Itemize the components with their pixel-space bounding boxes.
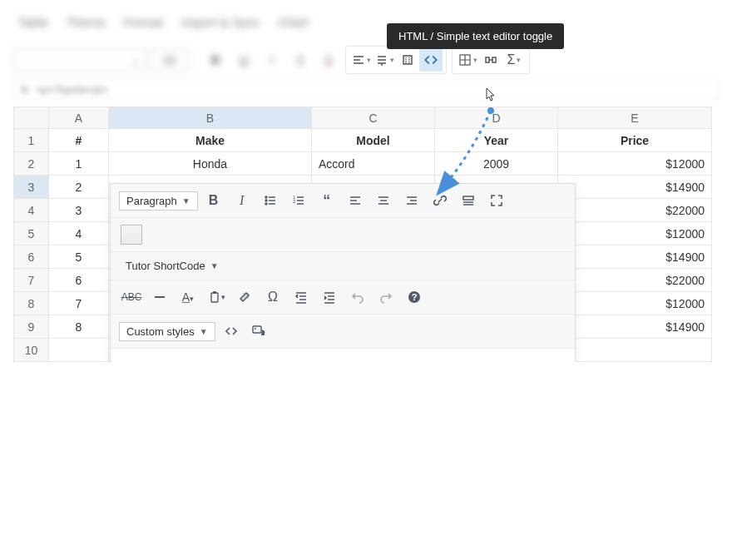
cell-number[interactable]: 6 bbox=[49, 269, 109, 292]
row-header[interactable]: 5 bbox=[14, 222, 49, 245]
rte-insert-more-button[interactable] bbox=[456, 189, 481, 212]
font-size-input[interactable]: 14 bbox=[151, 48, 186, 72]
col-header-A[interactable]: A bbox=[49, 107, 109, 129]
cell-make[interactable]: Honda bbox=[109, 152, 312, 176]
cell-number[interactable]: 3 bbox=[49, 199, 109, 222]
header-model[interactable]: Model bbox=[312, 129, 435, 152]
font-family-select[interactable]: ⌄ bbox=[13, 48, 146, 72]
rte-align-left-button[interactable] bbox=[343, 189, 368, 212]
cell-price[interactable]: $14900 bbox=[558, 315, 712, 339]
row-header[interactable]: 6 bbox=[14, 245, 49, 269]
nav-theme[interactable]: Theme bbox=[67, 15, 106, 29]
row-header[interactable]: 1 bbox=[14, 129, 49, 152]
table-header-row: 1 # Make Model Year Price bbox=[14, 129, 712, 152]
cell-price[interactable]: $12000 bbox=[558, 292, 712, 315]
nav-import-sync[interactable]: Import & Sync bbox=[181, 15, 260, 29]
rte-code-button[interactable] bbox=[219, 320, 244, 343]
rte-blockquote-button[interactable]: “ bbox=[314, 189, 339, 212]
rte-fullscreen-button[interactable] bbox=[484, 189, 509, 212]
rte-bold-button[interactable]: B bbox=[201, 189, 226, 212]
align-vertical-button[interactable]: ▾ bbox=[373, 48, 396, 72]
html-toggle-button[interactable] bbox=[419, 48, 443, 72]
rte-content-area[interactable]: Toyota bbox=[111, 349, 575, 362]
rte-align-right-button[interactable] bbox=[399, 189, 424, 212]
cell-price[interactable]: $14900 bbox=[558, 245, 712, 269]
bold-button[interactable]: B bbox=[204, 48, 227, 72]
cell-price[interactable]: $12000 bbox=[558, 222, 712, 245]
rte-indent-button[interactable] bbox=[317, 285, 342, 309]
text-color-button[interactable] bbox=[317, 48, 340, 72]
rte-clear-formatting-button[interactable] bbox=[232, 285, 257, 309]
row-header[interactable]: 2 bbox=[14, 152, 49, 176]
nav-table[interactable]: Table bbox=[18, 15, 48, 29]
fill-color-button[interactable] bbox=[289, 48, 312, 72]
corner-cell[interactable] bbox=[14, 107, 49, 129]
row-header[interactable]: 3 bbox=[14, 176, 49, 199]
fx-label: fx bbox=[21, 83, 29, 96]
cell-price[interactable]: $14900 bbox=[558, 176, 712, 199]
formula-content: <p>Toyota</p> bbox=[36, 83, 108, 96]
align-horizontal-button[interactable]: ▾ bbox=[349, 48, 373, 72]
nav-chart[interactable]: Chart bbox=[278, 15, 309, 29]
rte-toolbar-5: Custom styles▼ bbox=[111, 315, 575, 349]
row-header[interactable]: 8 bbox=[14, 292, 49, 315]
rte-italic-button[interactable]: I bbox=[230, 189, 255, 212]
functions-button[interactable]: Σ▾ bbox=[502, 48, 526, 72]
header-year[interactable]: Year bbox=[435, 129, 558, 152]
row-header[interactable]: 4 bbox=[14, 199, 49, 222]
italic-button[interactable]: I bbox=[260, 48, 284, 72]
col-header-E[interactable]: E bbox=[558, 107, 712, 129]
rte-help-button[interactable]: ? bbox=[402, 285, 427, 309]
svg-rect-3 bbox=[492, 57, 496, 62]
cell-number[interactable]: 2 bbox=[49, 176, 109, 199]
row-header[interactable]: 10 bbox=[14, 339, 49, 362]
merge-cells-button[interactable] bbox=[479, 48, 502, 72]
rte-format-select[interactable]: Paragraph▼ bbox=[119, 191, 198, 211]
cell-number[interactable]: 5 bbox=[49, 245, 109, 269]
cell-price[interactable]: $22000 bbox=[558, 269, 712, 292]
svg-point-17 bbox=[255, 328, 256, 330]
borders-button[interactable]: ▾ bbox=[456, 48, 479, 72]
rte-numbered-list-button[interactable]: 12 bbox=[286, 189, 311, 212]
cell-number[interactable]: 8 bbox=[49, 315, 109, 339]
rte-text-color-button[interactable]: A▾ bbox=[176, 285, 200, 309]
rte-special-char-button[interactable]: Ω bbox=[260, 285, 285, 309]
rte-link-button[interactable] bbox=[428, 189, 453, 212]
rte-undo-button[interactable] bbox=[345, 285, 370, 309]
col-header-D[interactable]: D bbox=[435, 107, 558, 129]
cell-number[interactable]: 4 bbox=[49, 222, 109, 245]
row-header[interactable]: 9 bbox=[14, 315, 49, 339]
rte-horizontal-rule-button[interactable] bbox=[147, 285, 172, 309]
cell-number[interactable]: 1 bbox=[49, 152, 109, 176]
nav-format[interactable]: Format bbox=[124, 15, 164, 29]
rte-bullet-list-button[interactable] bbox=[258, 189, 283, 212]
cell-model[interactable]: Accord bbox=[312, 152, 435, 176]
rte-shortcode-select[interactable]: Tutor ShortCode▼ bbox=[119, 257, 225, 275]
cell-year[interactable]: 2009 bbox=[435, 152, 558, 176]
rte-square-button[interactable] bbox=[121, 225, 142, 245]
col-header-B[interactable]: B bbox=[109, 107, 312, 129]
rte-outdent-button[interactable] bbox=[289, 285, 314, 309]
cell-number[interactable]: 7 bbox=[49, 292, 109, 315]
cell-price[interactable]: $22000 bbox=[558, 199, 712, 222]
mouse-cursor bbox=[483, 87, 498, 103]
row-header[interactable]: 7 bbox=[14, 269, 49, 292]
rte-toolbar-2 bbox=[111, 218, 575, 252]
header-make[interactable]: Make bbox=[109, 129, 312, 152]
underline-button[interactable]: U bbox=[232, 48, 255, 72]
rte-align-center-button[interactable] bbox=[371, 189, 396, 212]
svg-rect-11 bbox=[463, 196, 473, 200]
col-header-C[interactable]: C bbox=[312, 107, 435, 129]
svg-rect-13 bbox=[213, 291, 216, 294]
header-price[interactable]: Price bbox=[558, 129, 712, 152]
rte-styles-select[interactable]: Custom styles▼ bbox=[119, 322, 215, 341]
rte-paste-button[interactable]: ▾ bbox=[204, 285, 229, 309]
svg-rect-12 bbox=[211, 293, 218, 302]
rte-strikethrough-button[interactable]: ABC bbox=[119, 285, 144, 309]
wrap-text-button[interactable] bbox=[396, 48, 419, 72]
rte-media-button[interactable] bbox=[247, 320, 272, 343]
rte-redo-button[interactable] bbox=[373, 285, 398, 309]
header-number[interactable]: # bbox=[49, 129, 109, 152]
cell-price[interactable]: $12000 bbox=[558, 152, 712, 176]
formula-bar[interactable]: fx <p>Toyota</p> bbox=[13, 79, 719, 100]
